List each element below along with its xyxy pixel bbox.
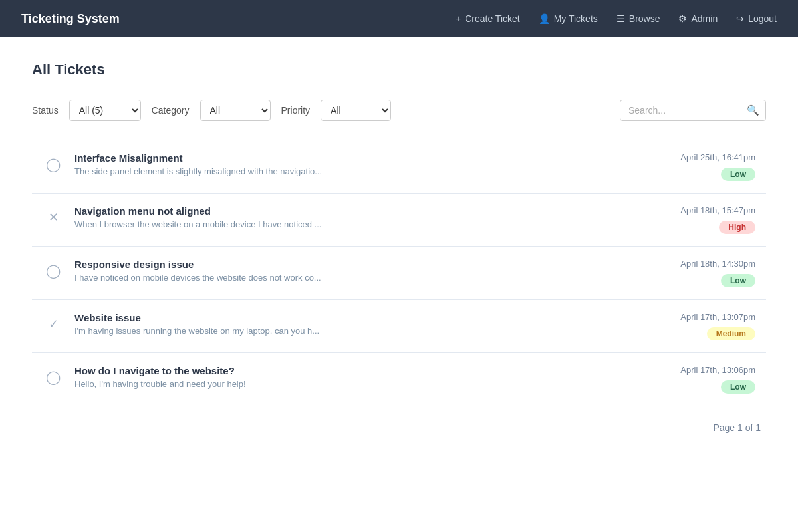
main-content: All Tickets Status All (5) Open Closed P… [0,37,798,532]
ticket-meta: April 18th, 15:47pm High [649,205,755,234]
clock-icon: ◯ [46,263,61,279]
ticket-status-icon: ✓ [43,313,64,334]
category-label: Category [152,105,190,116]
ticket-status-icon: ◯ [43,260,64,281]
search-button[interactable]: 🔍 [747,104,759,116]
ticket-row[interactable]: ◯ How do I navigate to the website? Hell… [32,353,766,406]
navbar-links: + Create Ticket 👤 My Tickets ☰ Browse ⚙ … [456,13,777,24]
priority-badge: Low [721,274,755,287]
ticket-title: Navigation menu not aligned [74,205,638,217]
search-wrapper: 🔍 [620,100,766,121]
nav-my-tickets[interactable]: 👤 My Tickets [539,13,598,24]
priority-badge: Low [721,168,755,181]
gear-icon: ⚙ [678,13,687,24]
priority-badge: Low [721,380,755,394]
ticket-list: ◯ Interface Misalignment The side panel … [32,140,766,406]
status-select[interactable]: All (5) Open Closed Pending [69,100,141,121]
priority-badge: Medium [707,327,755,340]
ticket-date: April 18th, 14:30pm [680,259,755,269]
ticket-date: April 25th, 16:41pm [680,152,755,162]
check-icon: ✓ [49,317,59,331]
priority-label: Priority [281,105,311,116]
nav-create-ticket[interactable]: + Create Ticket [456,13,520,24]
search-icon: 🔍 [747,104,759,116]
nav-logout[interactable]: ↪ Logout [736,13,777,24]
priority-badge: High [719,221,755,234]
ticket-date: April 17th, 13:07pm [680,312,755,322]
ticket-status-icon: ◯ [43,366,64,388]
priority-select[interactable]: All Low Medium High [321,100,391,121]
ticket-preview: Hello, I'm having trouble and need your … [74,379,638,389]
ticket-row[interactable]: ✕ Navigation menu not aligned When I bro… [32,194,766,247]
category-select[interactable]: All Bug Feature Support [200,100,271,121]
pagination-label: Page 1 of 1 [713,422,761,433]
ticket-date: April 17th, 13:06pm [680,365,755,375]
ticket-date: April 18th, 15:47pm [680,205,755,215]
nav-browse[interactable]: ☰ Browse [616,13,660,24]
page-title: All Tickets [32,61,766,78]
ticket-row[interactable]: ✓ Website issue I'm having issues runnin… [32,300,766,353]
ticket-row[interactable]: ◯ Responsive design issue I have noticed… [32,247,766,300]
ticket-body: Interface Misalignment The side panel el… [74,152,638,176]
nav-admin[interactable]: ⚙ Admin [678,13,718,24]
ticket-meta: April 25th, 16:41pm Low [649,152,755,181]
pagination: Page 1 of 1 [32,422,766,433]
list-icon: ☰ [616,13,625,24]
ticket-preview: I'm having issues running the website on… [74,326,638,336]
ticket-body: How do I navigate to the website? Hello,… [74,365,638,389]
ticket-preview: When I browser the website on a mobile d… [74,219,638,229]
filters-bar: Status All (5) Open Closed Pending Categ… [32,100,766,121]
navbar: Ticketing System + Create Ticket 👤 My Ti… [0,0,798,37]
ticket-body: Navigation menu not aligned When I brows… [74,205,638,229]
ticket-preview: The side panel element is slightly misal… [74,166,638,176]
search-input[interactable] [620,100,766,121]
user-icon: 👤 [539,13,550,24]
clock-icon: ◯ [46,369,61,385]
x-icon: ✕ [49,210,59,225]
logout-icon: ↪ [736,13,744,24]
ticket-title: Responsive design issue [74,259,638,270]
ticket-body: Responsive design issue I have noticed o… [74,259,638,283]
app-brand: Ticketing System [21,12,120,26]
ticket-meta: April 18th, 14:30pm Low [649,259,755,287]
ticket-title: Website issue [74,312,638,323]
ticket-row[interactable]: ◯ Interface Misalignment The side panel … [32,140,766,194]
ticket-title: Interface Misalignment [74,152,638,164]
ticket-status-icon: ◯ [43,154,64,175]
plus-icon: + [456,13,461,24]
ticket-preview: I have noticed on mobile devices the web… [74,273,638,283]
ticket-title: How do I navigate to the website? [74,365,638,376]
ticket-body: Website issue I'm having issues running … [74,312,638,336]
ticket-status-icon: ✕ [43,207,64,228]
status-label: Status [32,105,59,116]
ticket-meta: April 17th, 13:07pm Medium [649,312,755,340]
ticket-meta: April 17th, 13:06pm Low [649,365,755,394]
clock-icon: ◯ [46,156,61,172]
